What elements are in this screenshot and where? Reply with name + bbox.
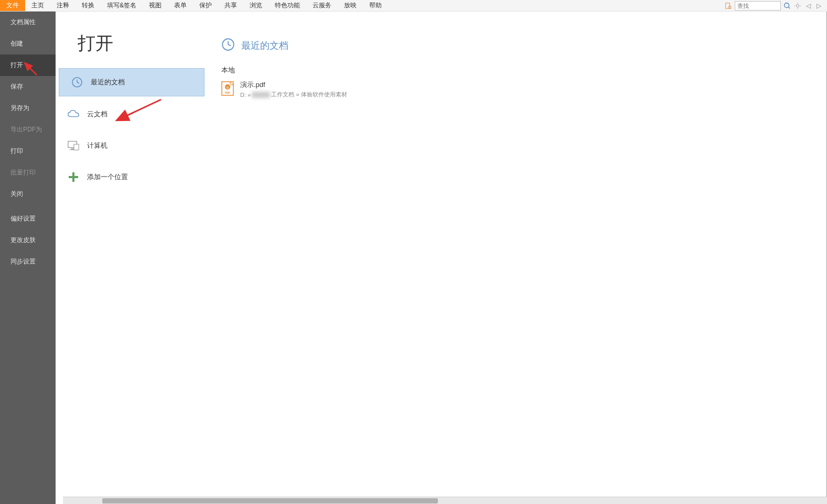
- location-add[interactable]: 添加一个位置: [56, 163, 206, 191]
- svg-text:G: G: [227, 86, 229, 89]
- sidebar-print[interactable]: 打印: [0, 140, 56, 162]
- svg-point-3: [785, 3, 789, 7]
- sidebar-doc-properties[interactable]: 文档属性: [0, 12, 56, 33]
- menu-slideshow[interactable]: 放映: [338, 0, 363, 11]
- menu-protect[interactable]: 保护: [193, 0, 218, 11]
- cloud-icon: [67, 108, 80, 120]
- sidebar-sync-settings[interactable]: 同步设置: [0, 251, 56, 272]
- sidebar-preferences[interactable]: 偏好设置: [0, 208, 56, 229]
- plus-icon: [67, 171, 80, 183]
- menu-cloud[interactable]: 云服务: [306, 0, 338, 11]
- horizontal-scrollbar[interactable]: [63, 497, 827, 504]
- top-right-controls: ◁ ▷: [724, 0, 827, 11]
- location-cloud[interactable]: 云文档: [56, 101, 206, 128]
- search-input[interactable]: [735, 1, 781, 10]
- sidebar-batch-print[interactable]: 批量打印: [0, 162, 56, 183]
- menu-fill-sign[interactable]: 填写&签名: [101, 0, 143, 11]
- menu-features[interactable]: 特色功能: [268, 0, 306, 11]
- doc-path: D: » ████ 工作文档 » 体验软件使用素材: [240, 91, 347, 98]
- menu-browse[interactable]: 浏览: [243, 0, 268, 11]
- menu-view[interactable]: 视图: [143, 0, 168, 11]
- svg-rect-14: [71, 149, 74, 149]
- recent-doc-item[interactable]: GPDF 演示.pdf D: » ████ 工作文档 » 体验软件使用素材: [221, 78, 827, 101]
- menu-convert[interactable]: 转换: [76, 0, 101, 11]
- computer-icon: [67, 139, 80, 152]
- top-menu-bar: 文件 主页 注释 转换 填写&签名 视图 表单 保护 共享 浏览 特色功能 云服…: [0, 0, 827, 12]
- menu-annotate[interactable]: 注释: [50, 0, 76, 11]
- svg-line-2: [731, 8, 732, 9]
- sidebar-create[interactable]: 创建: [0, 33, 56, 54]
- svg-rect-16: [74, 144, 79, 150]
- menu-share[interactable]: 共享: [218, 0, 243, 11]
- menu-forms[interactable]: 表单: [168, 0, 193, 11]
- clock-icon: [221, 38, 235, 53]
- svg-rect-18: [69, 176, 78, 178]
- location-recent[interactable]: 最近的文档: [59, 68, 205, 96]
- search-icon[interactable]: [783, 2, 791, 10]
- file-sidebar: 文档属性 创建 打开 保存 另存为 导出PDF为 打印 批量打印 关闭 偏好设置…: [0, 12, 56, 504]
- clock-icon: [71, 76, 83, 89]
- location-label: 计算机: [87, 141, 108, 150]
- menu-help[interactable]: 帮助: [363, 0, 388, 11]
- location-label: 添加一个位置: [87, 172, 128, 182]
- nav-next-icon[interactable]: ▷: [814, 2, 823, 10]
- subsection-local: 本地: [221, 65, 827, 75]
- location-computer[interactable]: 计算机: [56, 132, 206, 159]
- doc-name: 演示.pdf: [240, 80, 347, 90]
- search-page-icon[interactable]: [724, 2, 733, 10]
- location-label: 最近的文档: [91, 78, 125, 87]
- open-locations-panel: 打开 最近的文档 云文档: [56, 12, 206, 504]
- scrollbar-thumb[interactable]: [102, 498, 438, 503]
- menu-home[interactable]: 主页: [25, 0, 50, 11]
- svg-text:PDF: PDF: [225, 91, 230, 94]
- pdf-file-icon: GPDF: [221, 81, 234, 96]
- sidebar-close[interactable]: 关闭: [0, 183, 56, 205]
- page-title: 打开: [56, 22, 206, 68]
- sidebar-save[interactable]: 保存: [0, 76, 56, 97]
- svg-point-5: [796, 4, 799, 7]
- svg-line-4: [789, 7, 790, 8]
- sidebar-export-pdf[interactable]: 导出PDF为: [0, 119, 56, 140]
- sidebar-save-as[interactable]: 另存为: [0, 97, 56, 119]
- location-label: 云文档: [87, 109, 108, 119]
- menu-file[interactable]: 文件: [0, 0, 25, 11]
- gear-icon[interactable]: [793, 2, 802, 10]
- sidebar-open[interactable]: 打开: [0, 54, 56, 76]
- sidebar-skin[interactable]: 更改皮肤: [0, 229, 56, 251]
- svg-line-12: [77, 82, 79, 83]
- recent-docs-panel: 最近的文档 本地 GPDF 演示.pdf D: » ████ 工作文档 » 体验…: [206, 12, 827, 504]
- svg-line-21: [228, 45, 231, 46]
- nav-prev-icon[interactable]: ◁: [804, 2, 812, 10]
- section-title: 最近的文档: [241, 39, 288, 52]
